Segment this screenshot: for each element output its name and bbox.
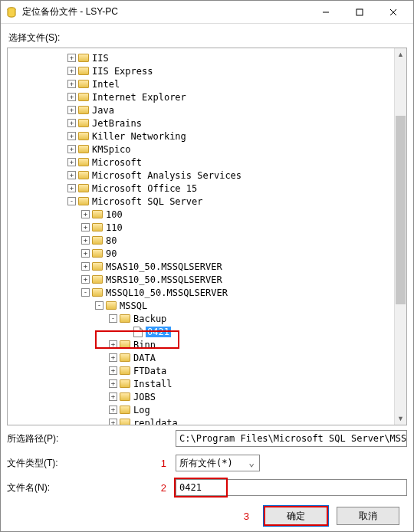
- tree-node-label: Binn: [133, 340, 156, 350]
- folder-icon: [92, 275, 103, 284]
- expand-icon[interactable]: +: [81, 210, 90, 218]
- folder-icon: [120, 340, 130, 349]
- tree-node-label: Java: [92, 105, 114, 116]
- folder-icon: [92, 210, 103, 218]
- tree-node[interactable]: +FTData: [8, 364, 394, 377]
- fields-grid: 所选路径(P): C:\Program Files\Microsoft SQL …: [7, 430, 407, 496]
- tree-node[interactable]: +100: [8, 208, 394, 221]
- folder-icon: [120, 366, 130, 375]
- tree-node-label: 0421: [146, 327, 171, 337]
- tree-node-label: repldata: [133, 418, 178, 425]
- expand-icon[interactable]: +: [109, 419, 117, 425]
- folder-icon: [78, 119, 89, 127]
- minimize-button[interactable]: [309, 2, 343, 23]
- tree-node[interactable]: +90: [8, 247, 394, 260]
- tree-node[interactable]: +MSAS10_50.MSSQLSERVER: [8, 260, 394, 273]
- tree-node[interactable]: +DATA: [8, 351, 394, 364]
- expand-icon[interactable]: +: [67, 145, 76, 153]
- expand-icon[interactable]: +: [67, 80, 76, 88]
- tree-node[interactable]: +IIS: [8, 51, 394, 64]
- scroll-down-icon[interactable]: ▼: [395, 412, 406, 425]
- ok-button[interactable]: 确定: [264, 507, 327, 525]
- file-tree[interactable]: +IIS+IIS Express+Intel+Internet Explorer…: [8, 48, 394, 425]
- expand-icon[interactable]: +: [67, 106, 76, 114]
- collapse-icon[interactable]: -: [67, 197, 76, 205]
- tree-node[interactable]: +Microsoft Office 15: [8, 182, 394, 195]
- tree-node[interactable]: +Internet Explorer: [8, 90, 394, 103]
- path-input[interactable]: C:\Program Files\Microsoft SQL Server\MS…: [176, 430, 407, 447]
- close-button[interactable]: [376, 2, 410, 23]
- collapse-icon[interactable]: -: [81, 288, 90, 297]
- tree-container: +IIS+IIS Express+Intel+Internet Explorer…: [7, 48, 407, 425]
- expand-icon[interactable]: +: [109, 379, 117, 388]
- expand-icon[interactable]: +: [81, 223, 90, 232]
- tree-node-label: MSSQL: [120, 300, 147, 311]
- annotation-2: 2: [84, 482, 176, 494]
- tree-node[interactable]: +110: [8, 221, 394, 234]
- folder-icon: [92, 288, 103, 297]
- scrollbar-thumb[interactable]: [396, 116, 406, 304]
- collapse-icon[interactable]: -: [95, 301, 104, 310]
- tree-node[interactable]: +Killer Networking: [8, 130, 394, 143]
- expand-icon[interactable]: +: [109, 353, 117, 362]
- tree-node[interactable]: -MSSQL: [8, 299, 394, 312]
- maximize-button[interactable]: [343, 2, 376, 23]
- expand-icon[interactable]: +: [81, 236, 90, 245]
- folder-icon: [92, 262, 103, 271]
- tree-node[interactable]: +Microsoft Analysis Services: [8, 169, 394, 182]
- tree-node[interactable]: +KMSpico: [8, 143, 394, 156]
- collapse-icon[interactable]: -: [109, 314, 117, 323]
- expand-icon[interactable]: +: [67, 171, 76, 179]
- tree-node-label: IIS Express: [92, 66, 153, 77]
- folder-icon: [120, 392, 130, 401]
- expand-icon[interactable]: +: [109, 406, 117, 414]
- tree-node[interactable]: -Microsoft SQL Server: [8, 195, 394, 208]
- tree-node-label: MSAS10_50.MSSQLSERVER: [106, 261, 222, 272]
- expand-icon[interactable]: +: [67, 132, 76, 140]
- folder-icon: [78, 67, 89, 75]
- tree-node-label: Microsoft Office 15: [92, 183, 197, 194]
- tree-node[interactable]: +Log: [8, 403, 394, 416]
- expand-icon[interactable]: +: [67, 184, 76, 192]
- expand-icon[interactable]: +: [67, 158, 76, 166]
- scroll-up-icon[interactable]: ▲: [395, 48, 406, 61]
- folder-icon: [78, 197, 89, 205]
- file-type-value: 所有文件(*): [179, 457, 233, 470]
- tree-node[interactable]: +MSRS10_50.MSSQLSERVER: [8, 273, 394, 286]
- tree-node[interactable]: +80: [8, 234, 394, 247]
- tree-node-label: Internet Explorer: [92, 92, 186, 103]
- path-value: C:\Program Files\Microsoft SQL Server\MS…: [179, 433, 407, 444]
- folder-icon: [78, 106, 89, 114]
- expand-icon[interactable]: +: [67, 54, 76, 62]
- expand-icon[interactable]: +: [67, 67, 76, 75]
- cancel-button[interactable]: 取消: [337, 507, 399, 525]
- tree-node[interactable]: +JetBrains: [8, 117, 394, 130]
- file-type-select[interactable]: 所有文件(*): [176, 455, 260, 471]
- tree-node[interactable]: 0421: [8, 325, 394, 338]
- expand-icon[interactable]: +: [67, 93, 76, 101]
- button-bar: 3 确定 取消: [7, 507, 399, 525]
- tree-node[interactable]: -MSSQL10_50.MSSQLSERVER: [8, 286, 394, 299]
- expand-icon[interactable]: +: [67, 119, 76, 127]
- expand-icon[interactable]: +: [81, 275, 90, 284]
- expand-icon[interactable]: +: [109, 340, 117, 349]
- expand-icon[interactable]: +: [109, 366, 117, 375]
- tree-node[interactable]: +Intel: [8, 77, 394, 90]
- expand-icon[interactable]: +: [109, 392, 117, 401]
- tree-node[interactable]: -Backup: [8, 312, 394, 325]
- tree-node[interactable]: +Install: [8, 377, 394, 390]
- tree-node[interactable]: +repldata: [8, 416, 394, 425]
- tree-node[interactable]: +Microsoft: [8, 156, 394, 169]
- tree-node-label: 110: [106, 222, 123, 233]
- expand-icon[interactable]: +: [81, 249, 90, 258]
- tree-node[interactable]: +Java: [8, 103, 394, 117]
- folder-icon: [120, 353, 130, 362]
- expand-icon[interactable]: +: [81, 262, 90, 271]
- tree-node[interactable]: +Binn: [8, 338, 394, 351]
- folder-icon: [92, 236, 103, 245]
- vertical-scrollbar[interactable]: ▲ ▼: [394, 48, 406, 425]
- tree-node[interactable]: +JOBS: [8, 390, 394, 403]
- tree-node-label: Microsoft: [92, 157, 142, 168]
- file-name-input[interactable]: 0421: [176, 479, 407, 496]
- tree-node[interactable]: +IIS Express: [8, 64, 394, 77]
